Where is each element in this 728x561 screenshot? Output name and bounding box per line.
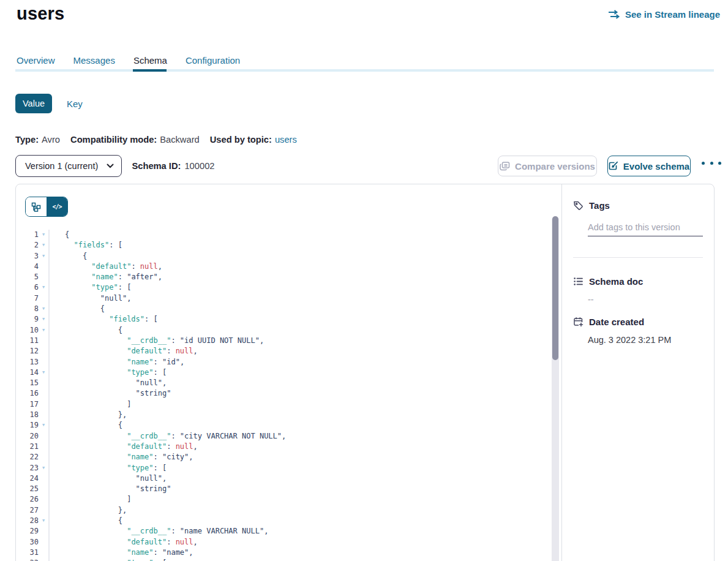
collapse-arrow-icon[interactable]: ▼ (39, 558, 48, 561)
schema-panel: </> 1▼{2▼ "fields": [3▼ {4 "default": nu… (15, 184, 715, 561)
dot-icon (702, 162, 705, 165)
code-line: 28▼ { (16, 516, 550, 526)
collapse-arrow-icon[interactable]: ▼ (39, 325, 48, 336)
version-select-value: Version 1 (current) (25, 161, 98, 171)
line-number: 12 (21, 346, 39, 356)
code-line: 29 "__crdb__": "name VARCHAR NULL", (16, 526, 550, 537)
code-text: "default": null, (48, 442, 550, 452)
key-toggle-button[interactable]: Key (67, 99, 83, 109)
evolve-schema-button[interactable]: Evolve schema (607, 156, 691, 176)
tree-view-button[interactable] (26, 197, 47, 216)
code-text: "__crdb__": "id UUID NOT NULL", (48, 336, 550, 346)
code-line: 30 "default": null, (16, 537, 550, 548)
collapse-arrow-placeholder (39, 505, 48, 516)
collapse-arrow-placeholder (39, 272, 48, 282)
code-line: 15 "null", (16, 378, 550, 388)
chevron-down-icon (107, 164, 114, 168)
collapse-arrow-icon[interactable]: ▼ (39, 240, 48, 250)
code-lines: 1▼{2▼ "fields": [3▼ {4 "default": null,5… (16, 230, 550, 561)
code-text: "fields": [ (48, 314, 550, 325)
code-text: "__crdb__": "name VARCHAR NULL", (48, 526, 550, 537)
more-options-button[interactable] (702, 162, 721, 165)
line-number: 20 (21, 431, 39, 442)
collapse-arrow-icon[interactable]: ▼ (39, 251, 48, 262)
line-number: 10 (21, 325, 39, 336)
schema-doc-value: -- (588, 295, 703, 304)
code-text: "type": [ (48, 282, 550, 293)
tags-section-header: Tags (573, 200, 703, 211)
collapse-arrow-placeholder (39, 484, 48, 494)
code-text: "default": null, (48, 262, 550, 272)
collapse-arrow-placeholder (39, 262, 48, 272)
code-text: "name": "after", (48, 272, 550, 282)
line-number: 25 (21, 484, 39, 494)
version-select[interactable]: Version 1 (current) (15, 155, 122, 177)
compare-versions-button[interactable]: Compare versions (498, 156, 597, 176)
code-line: 19▼ { (16, 420, 550, 431)
code-text: { (48, 230, 550, 240)
line-number: 9 (21, 314, 39, 325)
stream-lineage-label: See in Stream lineage (625, 9, 720, 20)
code-text: "null", (48, 293, 550, 304)
collapse-arrow-placeholder (39, 473, 48, 484)
line-number: 13 (21, 357, 39, 367)
code-line: 27 }, (16, 505, 550, 516)
tab-bar: Overview Messages Schema Configuration (17, 55, 240, 69)
compare-versions-icon (500, 162, 510, 171)
code-line: 25 "string" (16, 484, 550, 494)
collapse-arrow-icon[interactable]: ▼ (39, 516, 48, 526)
used-by-topic-link[interactable]: users (275, 135, 297, 145)
line-number: 5 (21, 272, 39, 282)
schema-id: Schema ID: 100002 (132, 155, 214, 177)
line-number: 24 (21, 473, 39, 484)
tags-input[interactable] (588, 221, 703, 236)
code-text: "name": "id", (48, 357, 550, 367)
collapse-arrow-placeholder (39, 526, 48, 537)
code-view-icon: </> (52, 203, 61, 210)
collapse-arrow-icon[interactable]: ▼ (39, 314, 48, 325)
compatibility-meta: Compatibility mode: Backward (70, 135, 200, 145)
tree-view-icon (31, 202, 41, 212)
date-created-section-header: Date created (573, 317, 703, 327)
collapse-arrow-icon[interactable]: ▼ (39, 463, 48, 473)
tab-overview[interactable]: Overview (17, 55, 55, 69)
collapse-arrow-icon[interactable]: ▼ (39, 230, 48, 240)
code-line: 4 "default": null, (16, 262, 550, 272)
schema-sidebar: Tags Schema doc -- Date created (561, 184, 714, 561)
collapse-arrow-icon[interactable]: ▼ (39, 282, 48, 293)
code-line: 6▼ "type": [ (16, 282, 550, 293)
schema-doc-section-header: Schema doc (573, 276, 703, 287)
collapse-arrow-icon[interactable]: ▼ (39, 420, 48, 431)
collapse-arrow-placeholder (39, 357, 48, 367)
code-text: "__crdb__": "city VARCHAR NOT NULL", (48, 431, 550, 442)
code-text: "name": "name", (48, 548, 550, 558)
calendar-plus-icon (573, 317, 584, 327)
schema-code-section: </> 1▼{2▼ "fields": [3▼ {4 "default": nu… (16, 184, 561, 561)
scrollbar-track (552, 216, 559, 561)
value-toggle-button[interactable]: Value (15, 94, 52, 113)
collapse-arrow-icon[interactable]: ▼ (39, 367, 48, 378)
line-number: 4 (21, 262, 39, 272)
code-line: 11 "__crdb__": "id UUID NOT NULL", (16, 336, 550, 346)
collapse-arrow-icon[interactable]: ▼ (39, 304, 48, 314)
version-bar: Version 1 (current) Schema ID: 100002 Co… (15, 155, 721, 177)
view-mode-toggle: </> (25, 197, 68, 217)
tab-configuration[interactable]: Configuration (186, 55, 240, 69)
schema-doc-title: Schema doc (589, 276, 643, 287)
code-text: "default": null, (48, 537, 550, 548)
stream-lineage-link[interactable]: See in Stream lineage (608, 9, 720, 20)
tab-schema[interactable]: Schema (133, 55, 167, 69)
code-line: 3▼ { (16, 251, 550, 262)
collapse-arrow-placeholder (39, 293, 48, 304)
scrollbar-thumb[interactable] (552, 216, 558, 360)
used-by-topic-meta: Used by topic: users (210, 135, 297, 145)
code-view-button[interactable]: </> (47, 197, 67, 216)
code-text: ] (48, 494, 550, 505)
code-line: 31 "name": "name", (16, 548, 550, 558)
tag-icon (573, 200, 584, 211)
list-icon (573, 276, 584, 287)
code-line: 13 "name": "id", (16, 357, 550, 367)
tab-messages[interactable]: Messages (73, 55, 115, 69)
line-number: 27 (21, 505, 39, 516)
code-editor[interactable]: 1▼{2▼ "fields": [3▼ {4 "default": null,5… (16, 230, 550, 561)
